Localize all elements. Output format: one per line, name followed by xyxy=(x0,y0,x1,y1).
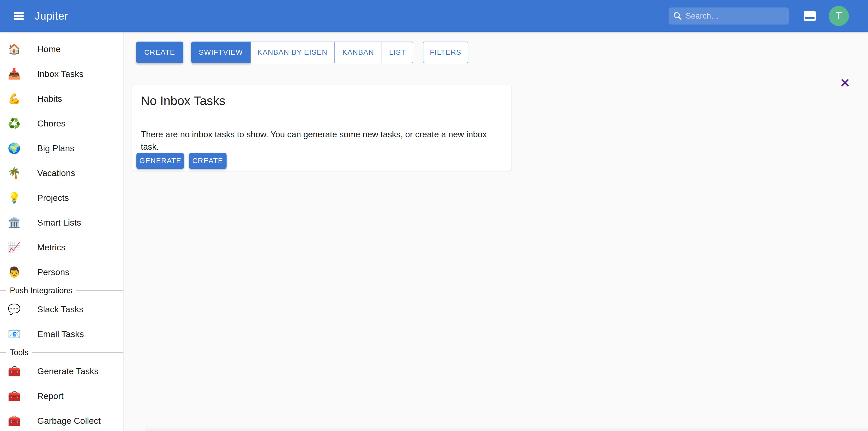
sidebar-item-label: Inbox Tasks xyxy=(37,69,84,79)
sidebar-item-garbage-collect[interactable]: 🧰Garbage Collect xyxy=(0,408,123,431)
sidebar-item-label: Email Tasks xyxy=(37,329,84,339)
search-box[interactable] xyxy=(669,7,789,25)
empty-state-card: No Inbox Tasks There are no inbox tasks … xyxy=(132,85,512,171)
sidebar-item-slack-tasks[interactable]: 💬Slack Tasks xyxy=(0,297,123,322)
recycle-icon: ♻️ xyxy=(8,118,37,129)
tab-list[interactable]: LIST xyxy=(382,41,413,63)
sidebar-item-label: Metrics xyxy=(37,242,66,253)
sidebar: 🏠Home📥Inbox Tasks💪Habits♻️Chores🌍Big Pla… xyxy=(0,32,123,431)
view-tab-group: SWIFTVIEWKANBAN BY EISENKANBANLIST xyxy=(191,41,413,63)
sidebar-item-label: Chores xyxy=(37,119,66,129)
sidebar-item-label: Smart Lists xyxy=(37,218,81,228)
hamburger-icon xyxy=(14,12,24,14)
sidebar-item-projects[interactable]: 💡Projects xyxy=(0,185,123,210)
horizontal-scrollbar[interactable] xyxy=(145,426,868,431)
sidebar-item-smart-lists[interactable]: 🏛️Smart Lists xyxy=(0,210,123,235)
avatar-letter: T xyxy=(836,10,842,22)
sidebar-item-email-tasks[interactable]: 📧Email Tasks xyxy=(0,322,123,346)
sidebar-item-vacations[interactable]: 🌴Vacations xyxy=(0,161,123,185)
card-body-text: There are no inbox tasks to show. You ca… xyxy=(141,128,503,153)
sidebar-item-label: Habits xyxy=(37,94,62,104)
tab-kanban[interactable]: KANBAN xyxy=(335,41,382,63)
sidebar-section-label: Tools xyxy=(6,348,32,357)
sidebar-item-label: Garbage Collect xyxy=(37,416,101,426)
sidebar-section-push-integrations: Push Integrations xyxy=(0,285,123,297)
sidebar-item-inbox-tasks[interactable]: 📥Inbox Tasks xyxy=(0,61,123,86)
generate-button[interactable]: GENERATE xyxy=(136,153,184,169)
card-title: No Inbox Tasks xyxy=(141,94,503,108)
palm-tree-icon: 🌴 xyxy=(8,168,37,178)
light-bulb-icon: 💡 xyxy=(8,193,37,203)
sidebar-item-label: Slack Tasks xyxy=(37,304,84,314)
sidebar-item-report[interactable]: 🧰Report xyxy=(0,384,123,408)
sidebar-section-tools: Tools xyxy=(0,346,123,359)
sidebar-item-label: Vacations xyxy=(37,168,75,178)
card-actions: GENERATE CREATE xyxy=(132,153,512,173)
app-bar: Jupiter T xyxy=(0,0,868,32)
create-button[interactable]: CREATE xyxy=(136,41,183,63)
tab-kanban-by-eisen[interactable]: KANBAN BY EISEN xyxy=(251,41,335,63)
call-to-action-icon xyxy=(804,11,816,21)
sidebar-item-metrics[interactable]: 📈Metrics xyxy=(0,235,123,260)
search-icon xyxy=(673,11,683,21)
classical-building-icon: 🏛️ xyxy=(8,217,37,228)
close-icon[interactable] xyxy=(840,78,850,88)
sidebar-item-label: Persons xyxy=(37,267,69,277)
search-input[interactable] xyxy=(683,7,793,25)
hamburger-menu-button[interactable] xyxy=(10,7,28,25)
workspaces-button[interactable] xyxy=(804,11,816,21)
home-icon: 🏠 xyxy=(8,44,37,54)
sidebar-item-label: Home xyxy=(37,44,61,54)
flexed-biceps-icon: 💪 xyxy=(8,93,37,104)
sidebar-item-label: Generate Tasks xyxy=(37,366,99,376)
sidebar-item-label: Big Plans xyxy=(37,143,74,153)
chart-increasing-icon: 📈 xyxy=(8,242,37,253)
globe-icon: 🌍 xyxy=(8,143,37,153)
main-content: CREATE SWIFTVIEWKANBAN BY EISENKANBANLIS… xyxy=(123,32,868,431)
sidebar-item-chores[interactable]: ♻️Chores xyxy=(0,111,123,136)
tab-swiftview[interactable]: SWIFTVIEW xyxy=(191,41,251,63)
sidebar-section-label: Push Integrations xyxy=(6,286,76,295)
app-window: Jupiter T 🏠Home📥Inbox Tasks💪Habits♻️Chor… xyxy=(0,0,868,431)
inbox-icon: 📥 xyxy=(8,69,37,79)
view-toolbar: CREATE SWIFTVIEWKANBAN BY EISENKANBANLIS… xyxy=(123,41,868,63)
filters-button[interactable]: FILTERS xyxy=(423,41,468,63)
email-icon: 📧 xyxy=(8,329,37,339)
toolbox-icon: 🧰 xyxy=(8,391,37,401)
app-title: Jupiter xyxy=(35,10,68,22)
toolbox-icon: 🧰 xyxy=(8,366,37,376)
sidebar-item-big-plans[interactable]: 🌍Big Plans xyxy=(0,136,123,161)
sidebar-item-generate-tasks[interactable]: 🧰Generate Tasks xyxy=(0,359,123,384)
toolbox-icon: 🧰 xyxy=(8,416,37,426)
person-icon: 👨 xyxy=(8,267,37,277)
avatar[interactable]: T xyxy=(829,6,849,26)
sidebar-item-habits[interactable]: 💪Habits xyxy=(0,86,123,111)
card-create-button[interactable]: CREATE xyxy=(189,153,226,169)
sidebar-item-label: Projects xyxy=(37,193,69,203)
sidebar-item-home[interactable]: 🏠Home xyxy=(0,37,123,61)
speech-balloon-icon: 💬 xyxy=(8,304,37,314)
sidebar-item-persons[interactable]: 👨Persons xyxy=(0,260,123,285)
sidebar-item-label: Report xyxy=(37,391,64,401)
